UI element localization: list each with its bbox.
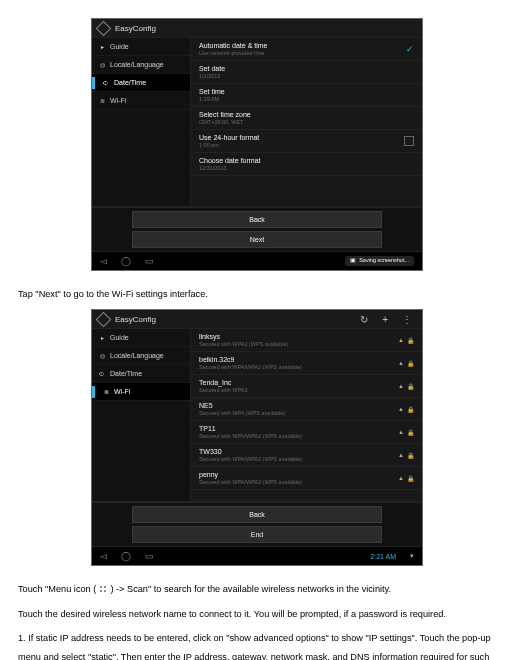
option-title: Set time [199,88,414,95]
wifi-signal-icon: ▲🔒 [398,337,414,344]
app-titlebar: EasyConfig [92,19,422,37]
next-button[interactable]: Next [132,231,382,248]
sidebar-item-guide[interactable]: ▸Guide [92,329,190,347]
app-icon [96,312,112,328]
svg-point-1 [104,587,106,589]
wifi-network[interactable]: belkin.32c9Secured with WPA/WPA2 (WPS av… [191,352,422,375]
wifi-sub: Secured with WPA/WPA2 (WPS available) [199,479,398,485]
status-wifi-icon: ▾ [410,552,414,560]
wifi-network[interactable]: pennySecured with WPA/WPA2 (WPS availabl… [191,467,422,490]
screenshot-toast: ▣Saving screenshot... [345,256,414,266]
option-timezone[interactable]: Select time zoneGMT+00:00, WET [191,107,422,130]
svg-point-0 [100,587,102,589]
screenshot-wifi: EasyConfig ↻ + ⋮ ▸Guide ◎Locale/Language… [91,309,423,566]
sidebar-label: Guide [110,334,129,341]
nav-home-icon[interactable]: ◯ [121,256,131,266]
nav-recent-icon[interactable]: ▭ [145,551,154,561]
screenshot-datetime: EasyConfig ▸Guide ◎Locale/Language ⏲Date… [91,18,423,271]
lock-icon: 🔒 [407,360,414,367]
text: Touch "Menu icon ( [18,584,99,594]
sidebar-item-datetime[interactable]: ⏲Date/Time [92,74,190,92]
system-navbar: ◅ ◯ ▭ 2:21 AM ▾ [92,546,422,565]
settings-panel: Automatic date & timeUse network-provide… [191,38,422,206]
clock-icon: ⏲ [102,80,110,86]
app-title: EasyConfig [115,24,156,33]
check-icon: ✓ [406,44,414,54]
option-set-date[interactable]: Set date1/1/2013 [191,61,422,84]
sidebar-item-locale[interactable]: ◎Locale/Language [92,347,190,365]
lock-icon: 🔒 [407,429,414,436]
option-title: Use 24-hour format [199,134,404,141]
sidebar-label: Wi-Fi [110,97,126,104]
wifi-sub: Secured with WPA (WPS available) [199,410,398,416]
menu-icon [99,585,108,594]
guide-icon: ▸ [98,43,106,50]
option-set-time[interactable]: Set time1:19 AM [191,84,422,107]
option-sub: Use network-provided time [199,50,406,56]
wifi-network[interactable]: TP11Secured with WPA/WPA2 (WPS available… [191,421,422,444]
wifi-ssid: penny [199,471,398,478]
sidebar-label: Locale/Language [110,352,164,359]
wifi-ssid: Tenda_Inc [199,379,398,386]
option-date-format[interactable]: Choose date format12/31/2013 [191,153,422,176]
svg-point-2 [100,591,102,593]
toast-title: Saving screenshot... [359,257,409,263]
wifi-ssid: TW330 [199,448,398,455]
nav-recent-icon[interactable]: ▭ [145,256,154,266]
wifi-signal-icon: ▲🔒 [398,429,414,436]
refresh-icon[interactable]: ↻ [356,314,372,325]
sidebar-item-wifi[interactable]: ≋Wi-Fi [92,383,190,401]
sidebar-item-datetime[interactable]: ⏲Date/Time [92,365,190,383]
wifi-sub: Secured with WPA/WPA2 (WPS available) [199,433,398,439]
lock-icon: 🔒 [407,406,414,413]
wifi-ssid: NE5 [199,402,398,409]
wifi-sub: Secured with WPA/WPA2 (WPS available) [199,456,398,462]
wifi-signal-icon: ▲🔒 [398,452,414,459]
instruction-static-ip: 1. If static IP address needs to be ente… [18,629,496,660]
option-sub: 1:19 AM [199,96,414,102]
guide-icon: ▸ [98,334,106,341]
sidebar-label: Wi-Fi [114,388,130,395]
option-sub: 12/31/2013 [199,165,414,171]
nav-back-icon[interactable]: ◅ [100,551,107,561]
wifi-network[interactable]: Tenda_IncSecured with WPA2▲🔒 [191,375,422,398]
app-titlebar: EasyConfig ↻ + ⋮ [92,310,422,328]
sidebar-item-locale[interactable]: ◎Locale/Language [92,56,190,74]
option-auto-datetime[interactable]: Automatic date & timeUse network-provide… [191,38,422,61]
option-title: Automatic date & time [199,42,406,49]
wifi-network[interactable]: TW330Secured with WPA/WPA2 (WPS availabl… [191,444,422,467]
instruction-connect: Touch the desired wireless network name … [18,605,496,623]
back-button[interactable]: Back [132,506,382,523]
globe-icon: ◎ [98,61,106,68]
wifi-signal-icon: ▲🔒 [398,475,414,482]
menu-icon[interactable]: ⋮ [398,314,416,325]
instruction-next: Tap "Next" to go to the Wi-Fi settings i… [18,285,496,303]
end-button[interactable]: End [132,526,382,543]
sidebar-item-guide[interactable]: ▸Guide [92,38,190,56]
text: ) -> Scan" to search for the available w… [108,584,391,594]
button-bar: Back End [92,502,422,546]
wifi-icon: ≋ [98,97,106,104]
sidebar-item-wifi[interactable]: ≋Wi-Fi [92,92,190,110]
option-title: Select time zone [199,111,414,118]
sidebar: ▸Guide ◎Locale/Language ⏲Date/Time ≋Wi-F… [92,38,191,206]
wifi-signal-icon: ▲🔒 [398,406,414,413]
add-icon[interactable]: + [378,314,392,325]
back-button[interactable]: Back [132,211,382,228]
lock-icon: 🔒 [407,452,414,459]
lock-icon: 🔒 [407,337,414,344]
option-title: Set date [199,65,414,72]
wifi-ssid: TP11 [199,425,398,432]
wifi-network[interactable]: NE5Secured with WPA (WPS available)▲🔒 [191,398,422,421]
sidebar: ▸Guide ◎Locale/Language ⏲Date/Time ≋Wi-F… [92,329,191,501]
option-sub: 1:00 pm [199,142,404,148]
nav-back-icon[interactable]: ◅ [100,256,107,266]
globe-icon: ◎ [98,352,106,359]
status-clock: 2:21 AM [370,553,396,560]
svg-point-3 [104,591,106,593]
option-24hour[interactable]: Use 24-hour format1:00 pm [191,130,422,153]
checkbox-icon[interactable] [404,136,414,146]
nav-home-icon[interactable]: ◯ [121,551,131,561]
wifi-network[interactable]: linksysSecured with WPA2 (WPS available)… [191,329,422,352]
wifi-ssid: belkin.32c9 [199,356,398,363]
